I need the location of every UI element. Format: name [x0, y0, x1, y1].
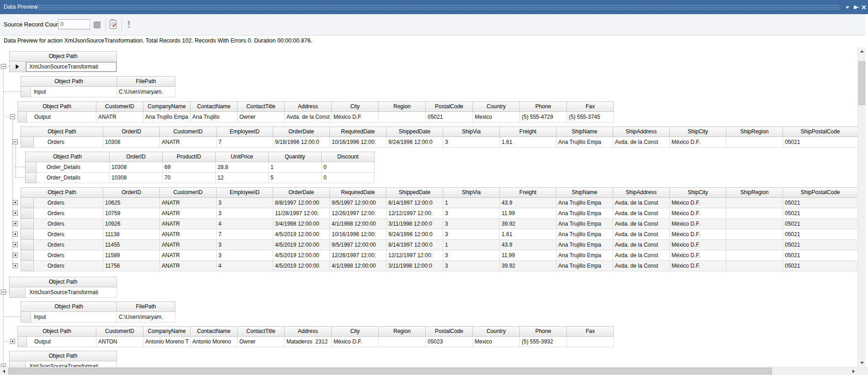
cell-shippeddate[interactable]: 3/11/1998 12:00:0 — [386, 261, 443, 271]
row-selector[interactable] — [18, 112, 27, 122]
cell-filepath[interactable]: C:\Users\maryam. — [117, 87, 175, 97]
cell-customerid[interactable]: ANATR — [160, 261, 217, 271]
column-header-quantity[interactable]: Quantity — [269, 152, 322, 162]
column-header-customerid[interactable]: CustomerID — [160, 188, 217, 198]
column-header-orderid[interactable]: OrderID — [103, 188, 160, 198]
column-header-postalcode[interactable]: PostalCode — [426, 102, 473, 112]
cell-shipvia[interactable]: 3 — [443, 229, 500, 240]
row-selector[interactable] — [21, 312, 31, 322]
column-header-city[interactable]: City — [332, 327, 379, 337]
cell-shippostalcode[interactable]: 05021 — [783, 250, 858, 261]
column-header-filepath[interactable]: FilePath — [117, 302, 175, 312]
column-header-freight[interactable]: Freight — [500, 127, 556, 137]
cell-contactname[interactable]: Antonio Moreno — [191, 337, 238, 347]
cell-shipcity[interactable]: México D.F. — [670, 137, 726, 148]
cell-companyname[interactable]: Antonio Moreno T — [143, 337, 191, 347]
row-selector[interactable] — [10, 287, 26, 298]
cell-object-path[interactable]: XmlJsonSourceTransformati — [26, 287, 117, 298]
cell-orderdate[interactable]: 4/5/2019 12:00:00 — [273, 229, 330, 240]
column-header-filepath[interactable]: FilePath — [117, 77, 175, 87]
column-header-orderid[interactable]: OrderID — [103, 127, 160, 137]
cell-employeeid[interactable]: 3 — [217, 208, 273, 219]
cell-productid[interactable]: 69 — [163, 162, 216, 173]
cell-employeeid[interactable]: 3 — [217, 198, 273, 208]
cell-orderid[interactable]: 11138 — [103, 229, 160, 240]
cell-shipregion[interactable] — [726, 219, 783, 229]
cell-productid[interactable]: 70 — [163, 173, 216, 183]
cell-orderid[interactable]: 10926 — [103, 219, 160, 229]
cell-shipname[interactable]: Ana Trujillo Empa — [556, 198, 613, 208]
column-header-contacttitle[interactable]: ContactTitle — [238, 102, 285, 112]
cell-shippeddate[interactable]: 12/12/1997 12:00: — [386, 250, 443, 261]
column-header-shipvia[interactable]: ShipVia — [443, 188, 500, 198]
column-header-shipname[interactable]: ShipName — [556, 127, 613, 137]
row-selector[interactable] — [21, 198, 34, 208]
cell-customerid[interactable]: ANTON — [96, 337, 143, 347]
column-header-productid[interactable]: ProductID — [163, 152, 216, 162]
cell-shippeddate[interactable]: 9/24/1996 12:00:0 — [386, 229, 443, 240]
column-header-orderdate[interactable]: OrderDate — [273, 188, 330, 198]
cell-freight[interactable]: 39.92 — [500, 219, 556, 229]
cell-shipregion[interactable] — [726, 229, 783, 240]
cell-freight[interactable]: 1.61 — [500, 229, 556, 240]
cell-phone[interactable]: (5) 555-3932 — [520, 337, 567, 347]
horizontal-scroll-thumb[interactable] — [8, 368, 772, 375]
column-header-object-path[interactable]: Object Path — [10, 52, 117, 62]
expand-toggle-icon[interactable] — [13, 211, 18, 216]
cell-phone[interactable]: (5) 555-4729 — [520, 112, 567, 122]
column-header-employeeid[interactable]: EmployeeID — [217, 188, 273, 198]
cell-object-path[interactable]: Order_Details — [37, 162, 110, 173]
cell-requireddate[interactable]: 4/1/1998 12:00:00 — [330, 261, 386, 271]
cell-shippostalcode[interactable]: 05021 — [783, 229, 858, 240]
column-header-address[interactable]: Address — [285, 327, 332, 337]
cell-fax[interactable] — [567, 337, 614, 347]
column-header-customerid[interactable]: CustomerID — [160, 127, 217, 137]
cell-shipaddress[interactable]: Avda. de la Const — [613, 208, 670, 219]
cell-employeeid[interactable]: 3 — [217, 240, 273, 250]
column-header-customerid[interactable]: CustomerID — [96, 102, 143, 112]
cell-orderid[interactable]: 11589 — [103, 250, 160, 261]
cell-city[interactable]: México D.F. — [332, 112, 379, 122]
scroll-up-button[interactable] — [858, 48, 866, 55]
cell-object-path[interactable]: Orders — [34, 198, 103, 208]
cell-address[interactable]: Mataderos 2312 — [285, 337, 332, 347]
column-header-region[interactable]: Region — [379, 327, 426, 337]
cell-shipname[interactable]: Ana Trujillo Empa — [556, 229, 613, 240]
row-selector[interactable] — [21, 137, 34, 148]
cell-shipvia[interactable]: 3 — [443, 219, 500, 229]
cell-shippostalcode[interactable]: 05021 — [783, 261, 858, 271]
row-selector[interactable] — [18, 337, 27, 347]
cell-fax[interactable]: (5) 555-3745 — [567, 112, 614, 122]
cell-shippeddate[interactable]: 8/14/1997 12:00:0 — [386, 198, 443, 208]
cell-shipvia[interactable]: 3 — [443, 137, 500, 148]
collapse-toggle-icon[interactable] — [10, 114, 15, 119]
column-header-address[interactable]: Address — [285, 102, 332, 112]
row-selector[interactable] — [21, 87, 31, 97]
horizontal-scrollbar[interactable] — [0, 367, 857, 375]
cell-orderid[interactable]: 10308 — [110, 173, 163, 183]
column-header-country[interactable]: Country — [473, 102, 520, 112]
cell-orderid[interactable]: 11756 — [103, 261, 160, 271]
column-header-shipaddress[interactable]: ShipAddress — [613, 127, 670, 137]
cell-orderid[interactable]: 10759 — [103, 208, 160, 219]
cell-requireddate[interactable]: 12/26/1997 12:00: — [330, 250, 386, 261]
column-header-fax[interactable]: Fax — [567, 102, 614, 112]
cell-shipname[interactable]: Ana Trujillo Empa — [556, 261, 613, 271]
cell-shipcity[interactable]: México D.F. — [670, 240, 726, 250]
cell-filepath[interactable]: C:\Users\maryam. — [117, 312, 175, 322]
cell-unitprice[interactable]: 12 — [216, 173, 269, 183]
cell-shipname[interactable]: Ana Trujillo Empa — [556, 240, 613, 250]
column-header-object-path[interactable]: Object Path — [18, 102, 96, 112]
expand-toggle-icon[interactable] — [13, 242, 18, 247]
cell-shipcity[interactable]: México D.F. — [670, 219, 726, 229]
cell-employeeid[interactable]: 7 — [217, 137, 273, 148]
row-selector[interactable] — [21, 250, 34, 261]
vertical-scroll-thumb[interactable] — [858, 61, 865, 105]
row-selector[interactable] — [21, 219, 34, 229]
cell-object-path[interactable]: Orders — [34, 240, 103, 250]
cell-contactname[interactable]: Ana Trujillo — [191, 112, 238, 122]
column-header-city[interactable]: City — [332, 102, 379, 112]
cell-employeeid[interactable]: 7 — [217, 229, 273, 240]
cell-shipregion[interactable] — [726, 261, 783, 271]
row-selector[interactable] — [21, 229, 34, 240]
